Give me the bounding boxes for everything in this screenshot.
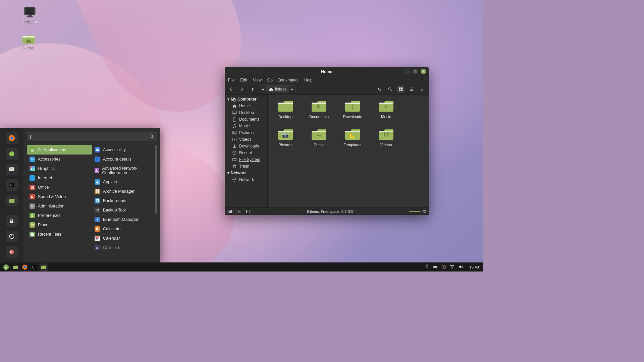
sidebar-item-desktop[interactable]: Desktop <box>225 109 267 116</box>
tray-bluetooth-icon[interactable] <box>425 264 429 270</box>
menu-edit[interactable]: Edit <box>240 78 247 82</box>
category-places[interactable]: 🗀Places <box>27 220 92 230</box>
up-button[interactable] <box>249 85 256 93</box>
taskbar-window-files[interactable] <box>40 263 48 271</box>
sidebar-item-videos[interactable]: Videos <box>225 136 267 143</box>
taskbar-terminal[interactable]: $_ <box>30 263 38 271</box>
svg-point-51 <box>150 135 153 137</box>
category-admin[interactable]: ⚙Administration <box>27 201 92 211</box>
sidebar-item-home[interactable]: Home <box>225 103 267 109</box>
favorite-settings[interactable] <box>6 164 18 175</box>
favorite-software[interactable] <box>6 148 18 160</box>
app-celluloid[interactable]: ▶Celluloid <box>92 243 157 252</box>
folder-icon: 🗀 <box>30 222 35 228</box>
forward-button[interactable] <box>238 85 246 93</box>
folder-pictures[interactable]: 📷Pictures <box>274 127 297 147</box>
logout-button[interactable] <box>6 231 18 242</box>
sidebar-item-pictures[interactable]: Pictures <box>225 129 267 136</box>
desktop-icon-computer[interactable]: Computer <box>22 7 38 23</box>
list-view-button[interactable] <box>408 85 415 93</box>
desktop-icon-home[interactable]: Home <box>22 33 35 50</box>
folder-music[interactable]: ♫Music <box>374 99 398 119</box>
search-button[interactable] <box>386 85 394 93</box>
svg-rect-11 <box>410 89 414 89</box>
menu-view[interactable]: View <box>253 78 262 82</box>
clock[interactable]: 19:48 <box>469 265 479 269</box>
svg-rect-39 <box>246 210 248 213</box>
path-segment-home[interactable]: itsfoss <box>266 85 289 93</box>
zoom-slider[interactable] <box>409 211 429 212</box>
category-recent[interactable]: 🕘Recent Files <box>27 230 92 239</box>
sidebar-item-documents[interactable]: Documents <box>225 116 267 123</box>
sidebar-item-music[interactable]: Music <box>225 123 267 129</box>
menu-help[interactable]: Help <box>304 78 313 82</box>
app-network-config[interactable]: 🖧Advanced Network Configuration <box>92 164 157 177</box>
toggle-sidebar-button[interactable] <box>245 209 251 214</box>
start-button[interactable]: ⋔ <box>2 263 10 271</box>
favorite-firefox[interactable] <box>6 132 18 144</box>
folder-templates[interactable]: 📐Templates <box>341 127 364 147</box>
maximize-button[interactable]: ▢ <box>413 69 418 74</box>
back-button[interactable] <box>227 85 235 93</box>
favorite-terminal[interactable]: $_ <box>6 179 18 191</box>
category-graphics[interactable]: ◧Graphics <box>27 164 92 173</box>
category-accessories[interactable]: ✂Accessories <box>27 155 92 164</box>
category-sound[interactable]: ▶Sound & Video <box>27 192 92 201</box>
folder-videos[interactable]: 🎞Videos <box>374 127 398 147</box>
tray-updates-icon[interactable] <box>441 264 446 270</box>
app-account-details[interactable]: 👤Account details <box>92 155 157 164</box>
svg-rect-45 <box>11 170 13 170</box>
titlebar[interactable]: Home ‒ ▢ ✕ <box>225 67 429 76</box>
favorite-files[interactable] <box>6 195 18 206</box>
sidebar-item-network[interactable]: Network <box>225 176 267 183</box>
folder-public[interactable]: ⇋Public <box>307 127 331 147</box>
app-bluetooth[interactable]: ᚼBluetooth Manager <box>92 215 157 224</box>
tray-battery-icon[interactable] <box>433 264 438 270</box>
menu-file[interactable]: File <box>228 78 234 82</box>
close-button[interactable]: ✕ <box>421 69 426 74</box>
app-accessibility[interactable]: ✱Accessibility <box>92 145 157 155</box>
calendar-icon: 📅 <box>95 236 100 241</box>
category-office[interactable]: ▤Office <box>27 183 92 192</box>
search-input[interactable] <box>30 134 149 139</box>
app-backup-tool[interactable]: ⟲Backup Tool <box>92 205 157 215</box>
toggle-path-button[interactable] <box>376 85 383 93</box>
app-backgrounds[interactable]: 🖼Backgrounds <box>92 196 157 205</box>
taskbar-files[interactable] <box>11 263 19 271</box>
taskbar-firefox[interactable] <box>21 263 29 271</box>
folder-documents[interactable]: 🗎Documents <box>307 99 331 119</box>
lock-button[interactable] <box>6 215 18 227</box>
category-internet[interactable]: 🌐Internet <box>27 173 92 183</box>
menu-go[interactable]: Go <box>267 78 273 82</box>
tray-network-icon[interactable] <box>450 264 454 270</box>
search-box[interactable] <box>27 132 157 141</box>
minimize-button[interactable]: ‒ <box>405 69 410 74</box>
folder-view[interactable]: Desktop 🗎Documents ⭣Downloads ♫Music 📷Pi… <box>268 95 429 207</box>
menu-bookmarks[interactable]: Bookmarks <box>278 78 299 82</box>
show-tree-button[interactable]: 1c <box>236 209 242 214</box>
compact-view-button[interactable] <box>419 85 426 93</box>
show-places-button[interactable] <box>227 209 233 214</box>
category-preferences[interactable]: ⚙Preferences <box>27 211 92 220</box>
path-prev-button[interactable]: ◂ <box>260 85 266 93</box>
path-next-button[interactable]: ▸ <box>289 85 296 93</box>
sidebar-header-network[interactable]: ▾Network <box>225 170 267 176</box>
folder-downloads[interactable]: ⭣Downloads <box>341 99 364 119</box>
sidebar-item-recent[interactable]: Recent <box>225 149 267 156</box>
app-calendar[interactable]: 📅Calendar <box>92 234 157 243</box>
folder-desktop[interactable]: Desktop <box>274 99 297 119</box>
app-applets[interactable]: ▣Applets <box>92 177 157 187</box>
sidebar-header-computer[interactable]: ▾My Computer <box>225 96 267 103</box>
app-calculator[interactable]: 🖩Calculator <box>92 224 157 234</box>
power-button[interactable] <box>6 246 18 258</box>
category-all[interactable]: ▦All Applications <box>27 145 92 155</box>
home-icon <box>232 104 237 108</box>
sidebar-item-downloads[interactable]: Downloads <box>225 143 267 149</box>
tray-volume-icon[interactable] <box>458 264 463 270</box>
icon-view-button[interactable] <box>397 85 405 93</box>
app-archive-manager[interactable]: 🗄Archive Manager <box>92 187 157 196</box>
menu-scrollbar[interactable] <box>155 145 157 214</box>
sidebar-item-trash[interactable]: Trash <box>225 163 267 170</box>
sidebar-item-filesystem[interactable]: File System <box>225 156 267 163</box>
network-icon: 🖧 <box>95 168 99 173</box>
